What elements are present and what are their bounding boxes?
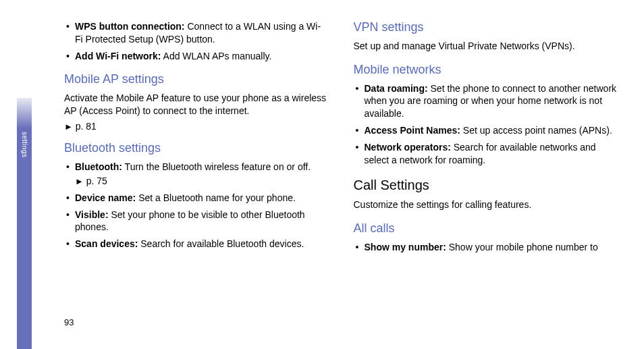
desc: Set up access point names (APNs).: [460, 125, 612, 136]
heading-mobile-ap: Mobile AP settings: [64, 72, 328, 86]
arrow-icon: ►: [75, 176, 84, 186]
term: Add Wi-Fi network:: [75, 51, 161, 61]
heading-vpn: VPN settings: [354, 20, 618, 34]
list-item: WPS button connection: Connect to a WLAN…: [64, 20, 328, 46]
arrow-icon: ►: [64, 122, 73, 132]
heading-call-settings: Call Settings: [354, 178, 618, 193]
term: Visible:: [75, 209, 109, 220]
page-number: 93: [64, 317, 74, 327]
heading-bluetooth: Bluetooth settings: [64, 141, 328, 155]
list-item: Device name: Set a Bluetooth name for yo…: [64, 192, 328, 205]
list-item: Network operators: Search for available …: [354, 141, 618, 167]
ref-text: p. 81: [73, 121, 97, 132]
mobile-networks-list: Data roaming: Set the phone to connect t…: [354, 82, 618, 167]
para-vpn: Set up and manage Virtual Private Networ…: [354, 40, 618, 53]
list-item: Access Point Names: Set up access point …: [354, 124, 618, 137]
list-item: Show my number: Show your mobile phone n…: [354, 241, 618, 254]
page-content: WPS button connection: Connect to a WLAN…: [64, 20, 617, 322]
list-item: Visible: Set your phone to be visible to…: [64, 209, 328, 234]
term: WPS button connection:: [75, 21, 185, 32]
side-tab: [17, 0, 32, 349]
list-item: Data roaming: Set the phone to connect t…: [354, 82, 618, 121]
term: Access Point Names:: [365, 125, 460, 136]
desc: Show your mobile phone number to: [446, 242, 598, 252]
heading-mobile-networks: Mobile networks: [354, 63, 618, 77]
heading-all-calls: All calls: [354, 221, 618, 236]
para-mobile-ap: Activate the Mobile AP feature to use yo…: [64, 92, 328, 118]
right-column: VPN settings Set up and manage Virtual P…: [354, 20, 618, 322]
term: Network operators:: [365, 142, 451, 153]
side-section-label: settings: [19, 132, 28, 157]
term: Scan devices:: [75, 238, 138, 249]
term: Show my number:: [365, 242, 446, 252]
all-calls-list: Show my number: Show your mobile phone n…: [354, 241, 618, 254]
desc: Add WLAN APs manually.: [161, 51, 271, 61]
desc: Set your phone to be visible to other Bl…: [75, 209, 305, 233]
page-ref: ► p. 81: [64, 121, 328, 132]
desc: Search for available Bluetooth devices.: [138, 238, 304, 249]
para-call-settings: Customize the settings for calling featu…: [354, 198, 618, 212]
bluetooth-list: Bluetooth: Turn the Bluetooth wireless f…: [64, 161, 328, 250]
wifi-list: WPS button connection: Connect to a WLAN…: [64, 20, 328, 63]
term: Device name:: [75, 192, 136, 203]
list-item: Add Wi-Fi network: Add WLAN APs manually…: [64, 50, 328, 63]
ref-text: p. 75: [84, 176, 107, 186]
desc: Set a Bluetooth name for your phone.: [136, 192, 296, 203]
term: Bluetooth:: [75, 161, 122, 172]
page-ref: ► p. 75: [75, 175, 328, 188]
list-item: Bluetooth: Turn the Bluetooth wireless f…: [64, 161, 328, 188]
list-item: Scan devices: Search for available Bluet…: [64, 238, 328, 250]
left-column: WPS button connection: Connect to a WLAN…: [64, 20, 328, 322]
term: Data roaming:: [365, 83, 428, 94]
desc: Turn the Bluetooth wireless feature on o…: [122, 161, 311, 172]
